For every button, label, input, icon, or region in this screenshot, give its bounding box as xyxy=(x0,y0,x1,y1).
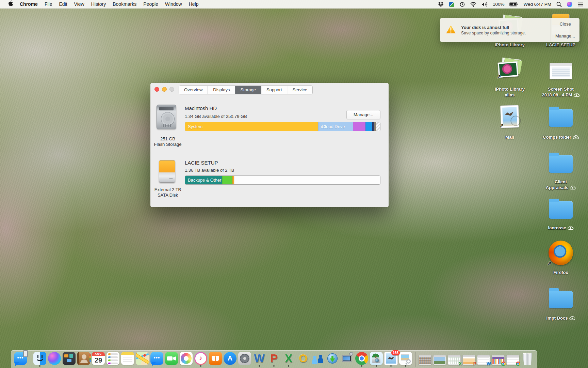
dock-powerpoint-icon[interactable]: P xyxy=(267,352,280,367)
menu-edit[interactable]: Edit xyxy=(55,0,70,9)
tab-displays[interactable]: Displays xyxy=(208,86,235,94)
firefox-logo-icon xyxy=(549,241,573,265)
menu-history[interactable]: History xyxy=(88,0,110,9)
mission-control-glyph xyxy=(67,359,71,362)
desktop-icon-comps-folder[interactable] xyxy=(549,109,573,127)
dock-iphoto-icon[interactable] xyxy=(370,352,383,367)
menu-app-name[interactable]: Chrome xyxy=(16,0,41,9)
close-window-button[interactable] xyxy=(154,87,159,92)
menu-file[interactable]: File xyxy=(41,0,56,9)
dock-maps-icon[interactable] xyxy=(136,352,149,367)
desktop-icon-screen-shot[interactable] xyxy=(550,63,572,79)
desktop-label-screen-shot[interactable]: Screen Shot 2018-08...4 PM xyxy=(542,86,580,98)
dock-minimized-chrome-window-icon[interactable] xyxy=(492,355,505,367)
system-preferences-glyph xyxy=(238,352,251,365)
folder-icon xyxy=(549,155,573,173)
desktop-icon-iphoto-library-alias[interactable]: ↗ xyxy=(498,59,521,78)
running-indicator-dot xyxy=(361,365,362,367)
battery-charging-icon[interactable] xyxy=(509,2,518,6)
contacts-glyph xyxy=(82,354,86,359)
dock-ibooks-icon[interactable] xyxy=(209,352,222,367)
menu-bookmarks[interactable]: Bookmarks xyxy=(109,0,140,9)
parallels-icon[interactable] xyxy=(449,2,454,7)
time-machine-icon[interactable] xyxy=(459,1,465,7)
minimize-window-button[interactable] xyxy=(162,87,167,92)
dock-facetime-icon[interactable] xyxy=(165,352,178,367)
minimized-word-window-glyph: W xyxy=(487,361,491,366)
dock-itunes-icon[interactable]: ♪ xyxy=(194,352,207,367)
dock-chrome-icon[interactable] xyxy=(355,352,368,367)
external-drive-icon xyxy=(159,160,175,183)
apple-menu-icon[interactable] xyxy=(5,0,16,9)
dock-minimized-word-window-icon[interactable]: W xyxy=(477,355,490,367)
notification-center-icon[interactable] xyxy=(577,2,583,7)
drive-label-strip xyxy=(159,107,174,110)
running-indicator-dot xyxy=(390,365,392,367)
notification-manage-button[interactable]: Manage... xyxy=(551,30,579,42)
dock-calendar-icon[interactable]: AUG29 xyxy=(92,352,105,367)
desktop-label-comps-folder[interactable]: Comps folder xyxy=(543,134,579,141)
dock-messages-icon[interactable]: ••• xyxy=(150,352,163,367)
desktop-icon-client-appraisals[interactable] xyxy=(549,155,573,173)
battery-percent-label[interactable]: 100% xyxy=(493,2,505,7)
dock-photos-icon[interactable] xyxy=(180,352,193,367)
label-text: Comps folder xyxy=(543,135,571,140)
dock-remote-desktop-icon[interactable] xyxy=(341,352,354,367)
dock-minimized-powerpoint-window-icon[interactable]: P xyxy=(462,355,475,367)
tab-storage[interactable]: Storage xyxy=(235,86,261,94)
notes-glyph xyxy=(121,352,134,365)
dock-system-preferences-icon[interactable] xyxy=(238,352,251,367)
label-line-2: alias xyxy=(495,92,525,98)
dock-notes-icon[interactable] xyxy=(121,352,134,367)
dock-reminders-icon[interactable] xyxy=(107,352,119,367)
dock-media-downloader-icon[interactable] xyxy=(326,352,339,367)
desktop-label-client-appraisals[interactable]: Client Appraisals xyxy=(546,179,576,191)
dock-finder-icon[interactable] xyxy=(33,352,46,367)
manage-storage-button[interactable]: Manage... xyxy=(346,110,380,119)
desktop-label-impt-docs[interactable]: Impt Docs xyxy=(546,315,575,322)
dock-minimized-image-window-icon[interactable] xyxy=(433,355,446,367)
menu-people[interactable]: People xyxy=(140,0,162,9)
dock-contacts-icon[interactable] xyxy=(77,352,90,367)
dock-mail-icon[interactable]: 165 xyxy=(385,352,397,367)
spotlight-icon[interactable] xyxy=(556,2,562,7)
siri-icon[interactable] xyxy=(567,2,572,7)
dock-minimized-excel-window-icon[interactable]: X xyxy=(448,355,461,367)
desktop-label-mail[interactable]: Mail xyxy=(505,134,514,140)
desktop-icon-lacrosse[interactable] xyxy=(549,201,573,219)
menu-view[interactable]: View xyxy=(71,0,88,9)
volume-icon[interactable] xyxy=(481,2,488,7)
dock-app-store-icon[interactable]: A xyxy=(224,352,236,367)
notification-close-button[interactable]: Close xyxy=(551,18,579,30)
dock-messenger-icon[interactable] xyxy=(311,352,324,367)
dock-word-icon[interactable]: W xyxy=(253,352,266,367)
dock-mission-control-icon[interactable] xyxy=(63,352,76,367)
tab-overview[interactable]: Overview xyxy=(179,86,208,94)
menu-window[interactable]: Window xyxy=(162,0,185,9)
label-line-1: Screen Shot xyxy=(542,86,580,92)
wifi-icon[interactable] xyxy=(470,2,476,7)
menu-bar-clock[interactable]: Wed 6:47 PM xyxy=(523,2,551,7)
dock-minimized-photos-window-icon[interactable] xyxy=(419,355,431,367)
desktop-icon-firefox[interactable]: ↗ xyxy=(549,241,573,265)
desktop-label-iphoto-library[interactable]: iPhoto Library xyxy=(495,42,525,48)
app-store-glyph: A xyxy=(224,352,236,365)
desktop-label-iphoto-library-alias[interactable]: iPhoto Library alias xyxy=(495,86,525,98)
dock-outlook-icon[interactable]: O xyxy=(297,352,310,367)
mission-control-glyph xyxy=(63,352,76,365)
dock-minimized-chrome-window-2-icon[interactable] xyxy=(506,355,519,367)
desktop-label-firefox[interactable]: Firefox xyxy=(553,270,568,275)
menu-help[interactable]: Help xyxy=(185,0,202,9)
desktop-icon-impt-docs[interactable] xyxy=(549,291,573,308)
dock-preview-icon[interactable] xyxy=(399,352,412,367)
desktop-icon-mail-alias[interactable]: ↗ xyxy=(501,106,519,127)
dock-excel-icon[interactable]: X xyxy=(282,352,295,367)
dropbox-icon[interactable] xyxy=(438,2,444,7)
dock-handoff-messages-icon[interactable]: ••• xyxy=(14,352,27,367)
tab-service[interactable]: Service xyxy=(287,86,312,94)
dock-trash-full-icon[interactable] xyxy=(521,353,534,367)
tab-support[interactable]: Support xyxy=(261,86,287,94)
desktop-label-lacie-setup[interactable]: LACIE SETUP xyxy=(546,42,575,48)
desktop-label-lacrosse[interactable]: lacrosse xyxy=(548,225,574,231)
dock-siri-icon[interactable] xyxy=(48,352,61,367)
